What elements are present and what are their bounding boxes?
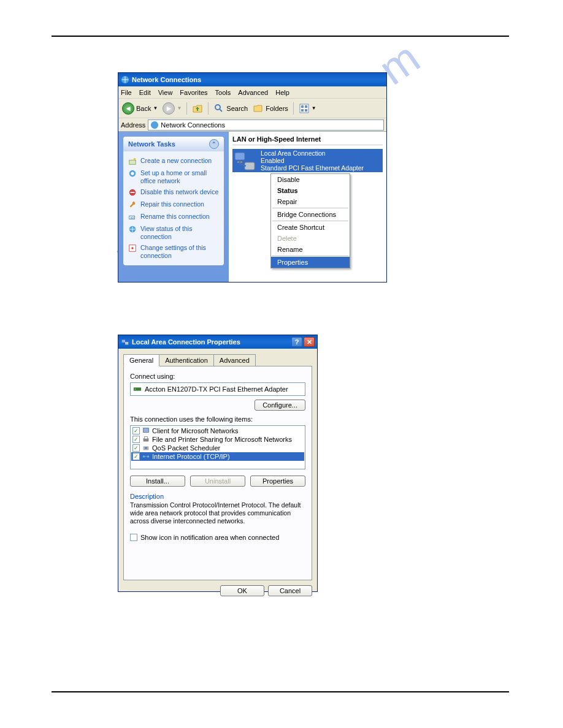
adapter-icon xyxy=(133,385,142,393)
separator xyxy=(272,256,348,256)
item-file-sharing[interactable]: ✓File and Printer Sharing for Microsoft … xyxy=(131,435,304,444)
protocol-icon xyxy=(142,452,150,461)
items-label: This connection uses the following items… xyxy=(130,415,305,423)
task-change-settings[interactable]: Change settings of this connection xyxy=(128,242,219,261)
chevron-down-icon: ▼ xyxy=(177,105,182,111)
task-rename[interactable]: abRename this connection xyxy=(128,211,219,223)
connect-using-label: Connect using: xyxy=(130,373,305,380)
configure-button[interactable]: Configure... xyxy=(255,400,305,411)
svg-point-31 xyxy=(145,447,147,449)
checkbox-checked-icon[interactable]: ✓ xyxy=(132,444,140,452)
views-icon xyxy=(299,103,310,114)
folder-up-icon xyxy=(192,103,203,114)
folders-button[interactable]: Folders xyxy=(253,103,288,114)
item-client[interactable]: ✓Client for Microsoft Networks xyxy=(131,427,304,435)
help-button[interactable]: ? xyxy=(291,337,302,347)
titlebar[interactable]: Local Area Connection Properties ? ✕ xyxy=(118,335,317,349)
printer-icon xyxy=(142,435,150,444)
show-icon-label: Show icon in notification area when conn… xyxy=(140,534,279,541)
menu-properties[interactable]: Properties xyxy=(271,257,350,268)
task-create-connection[interactable]: Create a new connection xyxy=(128,155,219,167)
search-icon xyxy=(213,103,224,114)
address-input[interactable]: Network Connections xyxy=(148,119,384,131)
task-label: Repair this connection xyxy=(140,200,204,208)
disable-icon xyxy=(128,188,137,197)
tasks-panel: Network Tasks ⌃ Create a new connection … xyxy=(118,132,229,282)
task-label: View status of this connection xyxy=(140,225,219,240)
collapse-icon[interactable]: ⌃ xyxy=(209,139,219,149)
cancel-button[interactable]: Cancel xyxy=(268,585,312,596)
menu-help[interactable]: Help xyxy=(275,89,289,96)
globe-icon xyxy=(128,225,137,233)
menu-file[interactable]: File xyxy=(121,89,132,96)
menu-bridge[interactable]: Bridge Connections xyxy=(271,209,350,220)
ok-button[interactable]: OK xyxy=(220,585,264,596)
close-button[interactable]: ✕ xyxy=(304,337,315,347)
install-button[interactable]: Install... xyxy=(130,476,185,487)
task-disable-device[interactable]: Disable this network device xyxy=(128,186,219,199)
search-button[interactable]: Search xyxy=(213,103,248,114)
separator xyxy=(272,208,348,208)
rename-icon: ab xyxy=(128,213,137,221)
settings-icon xyxy=(128,244,137,252)
menu-delete: Delete xyxy=(271,233,350,244)
forward-icon: ► xyxy=(163,102,175,115)
tasks-header[interactable]: Network Tasks ⌃ xyxy=(123,137,224,151)
svg-rect-6 xyxy=(301,109,304,112)
svg-rect-5 xyxy=(305,105,307,108)
tab-authentication[interactable]: Authentication xyxy=(159,354,214,366)
tab-advanced[interactable]: Advanced xyxy=(213,354,256,366)
adapter-display: Accton EN1207D-TX PCI Fast Ethernet Adap… xyxy=(130,382,305,396)
svg-rect-9 xyxy=(129,160,136,164)
task-setup-network[interactable]: Set up a home or small office network xyxy=(128,167,219,186)
svg-point-8 xyxy=(151,121,158,128)
uninstall-button: Uninstall xyxy=(190,476,245,487)
tab-general[interactable]: General xyxy=(123,354,159,366)
content-panel: LAN or High-Speed Internet Local Area Co… xyxy=(229,132,386,282)
properties-button[interactable]: Properties xyxy=(250,476,305,487)
chevron-down-icon: ▼ xyxy=(153,105,158,111)
menu-disable[interactable]: Disable xyxy=(271,174,350,185)
divider xyxy=(293,102,294,115)
svg-rect-20 xyxy=(235,153,245,160)
separator xyxy=(272,221,348,221)
item-qos[interactable]: ✓QoS Packet Scheduler xyxy=(131,444,304,452)
items-list[interactable]: ✓Client for Microsoft Networks ✓File and… xyxy=(130,425,305,469)
task-label: Rename this connection xyxy=(140,213,210,221)
menu-advanced[interactable]: Advanced xyxy=(238,89,268,96)
back-button[interactable]: ◄ Back ▼ xyxy=(122,102,158,115)
menu-repair[interactable]: Repair xyxy=(271,196,350,207)
checkbox-checked-icon[interactable]: ✓ xyxy=(132,453,140,460)
item-tcpip[interactable]: ✓Internet Protocol (TCP/IP) xyxy=(131,452,304,461)
context-menu: Disable Status Repair Bridge Connections… xyxy=(270,173,350,268)
svg-point-34 xyxy=(147,455,150,458)
menu-view[interactable]: View xyxy=(158,89,173,96)
checkbox-checked-icon[interactable]: ✓ xyxy=(132,436,140,443)
views-button[interactable]: ▼ xyxy=(299,103,316,114)
folders-icon xyxy=(253,103,264,114)
checkbox-unchecked-icon[interactable]: ✓ xyxy=(130,534,137,541)
menu-status[interactable]: Status xyxy=(271,185,350,196)
task-label: Set up a home or small office network xyxy=(140,169,219,184)
menu-edit[interactable]: Edit xyxy=(139,89,151,96)
description-title: Description xyxy=(130,493,305,500)
show-icon-row[interactable]: ✓ Show icon in notification area when co… xyxy=(130,534,305,541)
menu-favorites[interactable]: Favorites xyxy=(180,89,207,96)
task-repair[interactable]: Repair this connection xyxy=(128,199,219,211)
menu-shortcut[interactable]: Create Shortcut xyxy=(271,222,350,233)
network-icon xyxy=(121,75,129,84)
up-button[interactable] xyxy=(192,103,203,114)
svg-point-10 xyxy=(134,158,136,161)
svg-rect-26 xyxy=(135,389,136,390)
svg-rect-23 xyxy=(122,340,125,343)
item-label: QoS Packet Scheduler xyxy=(152,444,220,452)
svg-text:ab: ab xyxy=(131,216,134,219)
task-view-status[interactable]: View status of this connection xyxy=(128,223,219,242)
svg-point-12 xyxy=(131,172,134,175)
svg-rect-4 xyxy=(301,105,304,108)
forward-button[interactable]: ► ▼ xyxy=(163,102,182,115)
menu-tools[interactable]: Tools xyxy=(215,89,231,96)
menu-rename[interactable]: Rename xyxy=(271,244,350,255)
checkbox-checked-icon[interactable]: ✓ xyxy=(132,427,140,434)
titlebar[interactable]: Network Connections xyxy=(118,73,386,86)
